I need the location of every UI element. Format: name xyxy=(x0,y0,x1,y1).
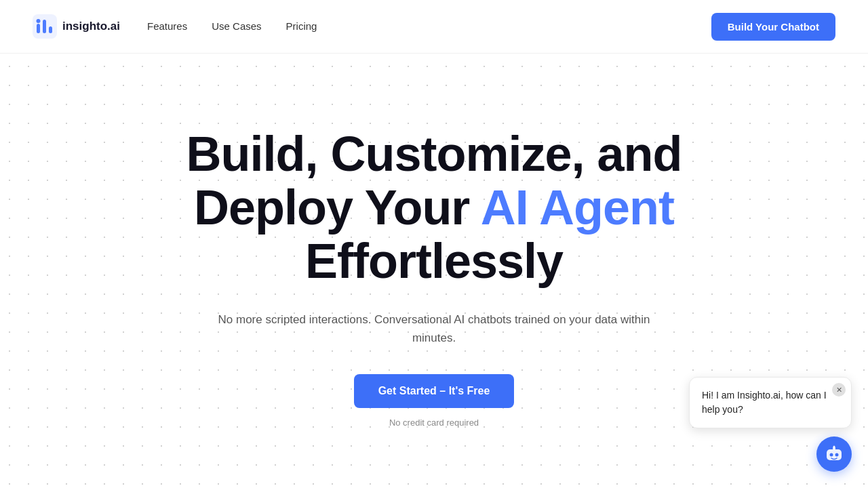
svg-point-6 xyxy=(830,453,833,457)
navbar: insighto.ai Features Use Cases Pricing B… xyxy=(0,0,868,54)
svg-point-7 xyxy=(835,453,839,457)
get-started-button[interactable]: Get Started – It's Free xyxy=(354,374,515,408)
svg-rect-3 xyxy=(49,26,52,33)
build-chatbot-button[interactable]: Build Your Chatbot xyxy=(711,13,835,41)
nav-item-features[interactable]: Features xyxy=(147,20,187,33)
chat-close-button[interactable]: ✕ xyxy=(832,383,846,396)
logo-icon xyxy=(33,14,57,39)
chat-bot-icon xyxy=(825,445,844,464)
nav-item-pricing[interactable]: Pricing xyxy=(286,20,317,33)
logo[interactable]: insighto.ai xyxy=(33,14,120,39)
svg-point-4 xyxy=(37,19,41,23)
logo-text: insighto.ai xyxy=(62,20,120,33)
hero-subtitle: No more scripted interactions. Conversat… xyxy=(217,310,651,347)
nav-link-usecases[interactable]: Use Cases xyxy=(212,20,261,32)
hero-cta-group: Get Started – It's Free No credit card r… xyxy=(354,374,515,428)
svg-rect-2 xyxy=(43,20,46,33)
chat-widget: ✕ Hi! I am Insighto.ai, how can I help y… xyxy=(689,377,852,472)
svg-point-9 xyxy=(833,446,835,448)
hero-title: Build, Customize, and Deploy Your AI Age… xyxy=(129,127,739,289)
nav-left: insighto.ai Features Use Cases Pricing xyxy=(33,14,317,39)
svg-rect-5 xyxy=(827,449,842,460)
nav-link-features[interactable]: Features xyxy=(147,20,187,32)
hero-title-part2: Effortlessly xyxy=(305,234,563,288)
svg-rect-1 xyxy=(37,24,40,33)
hero-title-highlight: AI Agent xyxy=(481,180,674,235)
nav-links: Features Use Cases Pricing xyxy=(147,20,317,33)
chat-avatar-button[interactable] xyxy=(816,436,852,472)
chat-bubble-text: Hi! I am Insighto.ai, how can I help you… xyxy=(702,390,827,415)
nav-link-pricing[interactable]: Pricing xyxy=(286,20,317,32)
no-credit-card-text: No credit card required xyxy=(389,418,479,428)
chat-bubble: ✕ Hi! I am Insighto.ai, how can I help y… xyxy=(689,377,852,428)
nav-item-usecases[interactable]: Use Cases xyxy=(212,20,261,33)
